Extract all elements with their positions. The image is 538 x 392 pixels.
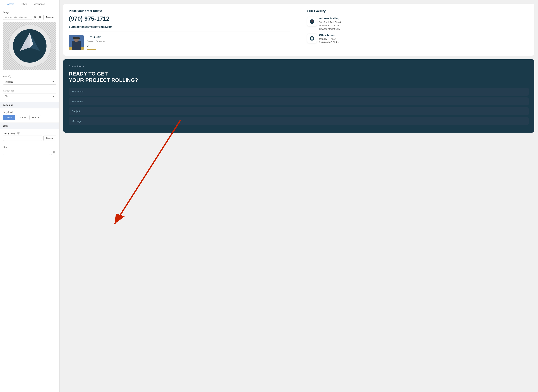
lazy-enable-btn[interactable]: Enable	[29, 115, 41, 120]
hours-lines: Monday – Friday: 09:00 AM – 5:00 PM	[319, 37, 340, 44]
link-field-section: Link 🗄	[0, 143, 59, 158]
name-input[interactable]	[69, 88, 529, 96]
address-icon-box: 📍	[307, 17, 317, 26]
lazy-load-buttons: Default Disable Enable	[3, 115, 56, 120]
form-section-label: Contact form	[69, 65, 529, 68]
lazy-load-header: Lazy load	[0, 102, 59, 108]
popup-browse-button[interactable]: Browse	[43, 135, 56, 141]
contact-right: Our Facility 📍 Address/Mailing 301 South…	[305, 9, 529, 50]
stretch-label: Stretch i	[3, 90, 56, 92]
circle-preview	[8, 24, 51, 67]
left-panel: Content Style Advanced Image ⎘ 🗄 Browse	[0, 0, 60, 392]
clock-icon: 🕐	[310, 36, 314, 41]
link-field-row: 🗄	[3, 150, 56, 155]
tab-content[interactable]: Content	[2, 0, 18, 8]
address-text: Address/Mailing 301 South 14th Street Gu…	[319, 17, 341, 31]
facility-title: Our Facility	[307, 9, 529, 13]
tab-style[interactable]: Style	[18, 0, 31, 8]
lazy-disable-btn[interactable]: Disable	[16, 115, 28, 120]
stretch-select[interactable]: No Yes	[3, 93, 56, 99]
size-info-icon[interactable]: i	[8, 75, 11, 78]
size-label: Size i	[3, 75, 56, 78]
phone-number: (970) 975-1712	[69, 15, 290, 22]
person-details: Jim Averill Owner | Operator ✆	[87, 35, 290, 50]
popup-image-row: Browse	[3, 135, 56, 141]
person-row: Jim Averill Owner | Operator ✆	[69, 35, 290, 50]
popup-info-icon[interactable]: i	[17, 132, 20, 135]
person-title: Owner | Operator	[87, 40, 290, 43]
hours-text: Office hours Monday – Friday: 09:00 AM –…	[319, 34, 340, 44]
svg-line-14	[115, 120, 181, 224]
hours-heading: Office hours	[319, 34, 340, 37]
paper-plane-svg	[13, 29, 47, 63]
popup-image-section: Popup image i Browse	[0, 129, 59, 143]
message-input[interactable]	[69, 117, 529, 125]
address-item: 📍 Address/Mailing 301 South 14th Street …	[307, 17, 529, 31]
database-icon-btn[interactable]: 🗄	[38, 15, 42, 20]
tab-advanced[interactable]: Advanced	[31, 0, 49, 8]
lazy-default-btn[interactable]: Default	[3, 115, 15, 120]
gold-underline	[87, 49, 96, 50]
red-arrow-overlay	[60, 0, 538, 392]
stretch-section: Stretch i No Yes	[0, 87, 59, 102]
email-input[interactable]	[69, 98, 529, 105]
tabs-row: Content Style Advanced	[0, 0, 59, 8]
person-svg	[69, 35, 84, 50]
image-section: Image ⎘ 🗄 Browse	[0, 8, 59, 73]
phone-icon: ✆	[87, 44, 290, 48]
lazy-load-label: Lazy load	[3, 111, 56, 114]
contact-card: Place your order today! (970) 975-1712 g…	[63, 4, 534, 56]
address-lines: 301 South 14th Street Gunnison, CO 81230…	[319, 21, 341, 31]
hours-item: 🕐 Office hours Monday – Friday: 09:00 AM…	[307, 34, 529, 44]
link-field-label: Link	[3, 146, 56, 149]
subject-input[interactable]	[69, 107, 529, 115]
link-header: Link	[0, 122, 59, 129]
image-url-input[interactable]	[3, 15, 32, 20]
location-icon: 📍	[310, 19, 314, 24]
browse-button[interactable]: Browse	[43, 15, 56, 20]
stretch-info-icon[interactable]: i	[11, 90, 14, 92]
hours-icon-box: 🕐	[307, 34, 317, 43]
copy-icon-btn[interactable]: ⎘	[33, 15, 37, 20]
place-order-text: Place your order today!	[69, 9, 290, 13]
person-name: Jim Averill	[87, 35, 290, 39]
person-image	[69, 35, 84, 50]
popup-image-label: Popup image i	[3, 132, 56, 135]
lazy-load-section: Lazy load Default Disable Enable	[0, 108, 59, 122]
image-label: Image	[3, 11, 56, 14]
svg-rect-9	[72, 41, 81, 50]
image-input-row: ⎘ 🗄 Browse	[3, 15, 56, 20]
image-preview	[3, 22, 56, 70]
main-area: Place your order today! (970) 975-1712 g…	[60, 0, 538, 392]
link-db-icon-btn[interactable]: 🗄	[51, 150, 56, 155]
contact-left: Place your order today! (970) 975-1712 g…	[69, 9, 298, 50]
size-section: Size i Full size Large Medium Thumbnail	[0, 73, 59, 87]
email-address: gunnisonsheetmetal@gmail.com	[69, 25, 290, 31]
size-select[interactable]: Full size Large Medium Thumbnail	[3, 79, 56, 85]
svg-rect-12	[73, 38, 80, 39]
link-input[interactable]	[3, 150, 50, 155]
contact-form-section: Contact form READY TO GET YOUR PROJECT R…	[63, 59, 534, 133]
form-headline: READY TO GET YOUR PROJECT ROLLING?	[69, 71, 529, 83]
popup-image-input[interactable]	[3, 135, 42, 141]
address-heading: Address/Mailing	[319, 17, 341, 20]
